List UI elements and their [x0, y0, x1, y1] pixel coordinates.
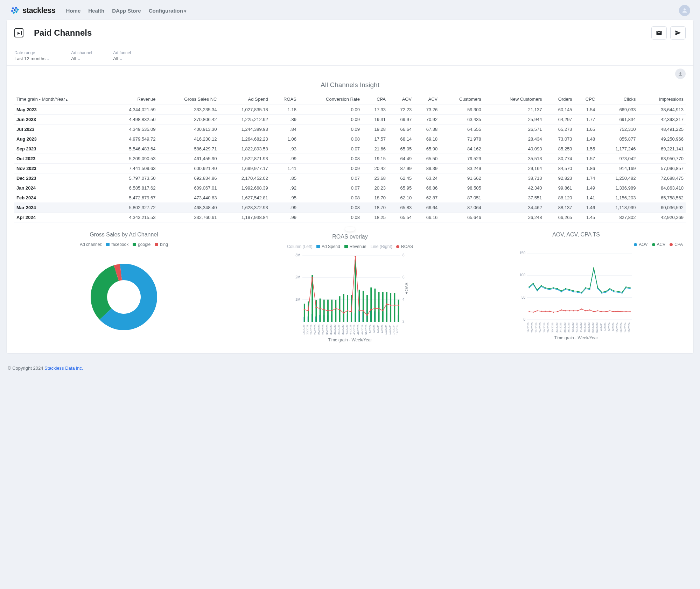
svg-point-188 — [565, 310, 566, 311]
table-row[interactable]: May 20234,344,021.59333,235.341,027,835.… — [14, 105, 686, 115]
legend-google[interactable]: google — [133, 242, 150, 247]
chart-pie-title: Gross Sales by Ad Channel — [90, 232, 158, 238]
col-header[interactable]: Ad Spend — [219, 94, 270, 105]
svg-text:37/2023: 37/2023 — [337, 324, 340, 334]
svg-point-71 — [315, 307, 317, 308]
email-button[interactable] — [651, 26, 667, 40]
svg-text:40/2023: 40/2023 — [571, 322, 574, 332]
svg-text:28/2023: 28/2023 — [322, 324, 325, 334]
col-header[interactable]: AOV — [388, 94, 414, 105]
svg-point-182 — [541, 311, 542, 312]
svg-text:39/2023: 39/2023 — [341, 324, 344, 334]
insights-table: Time grain - Month/YearRevenueGross Sale… — [14, 94, 686, 222]
download-button[interactable] — [675, 69, 686, 79]
brand-logo[interactable]: stackless — [10, 6, 56, 15]
nav-home[interactable]: Home — [66, 8, 81, 14]
col-header[interactable]: Gross Sales NC — [158, 94, 219, 105]
send-button[interactable] — [670, 26, 686, 40]
legend-adspend[interactable]: Ad Spend — [316, 244, 340, 249]
col-header[interactable]: Conversion Rate — [299, 94, 362, 105]
table-row[interactable]: Apr 20244,343,215.53332,760.611,197,938.… — [14, 213, 686, 222]
table-row[interactable]: Jun 20234,498,832.50370,806.421,225,212.… — [14, 115, 686, 125]
table-row[interactable]: Feb 20245,472,679.67473,440.831,627,542.… — [14, 193, 686, 203]
svg-point-198 — [605, 311, 606, 312]
filter-funnel-value[interactable]: All — [113, 56, 131, 61]
charts-row: Gross Sales by Ad Channel Ad channel: fa… — [7, 232, 693, 353]
legend-cpa[interactable]: CPA — [670, 242, 683, 247]
col-header[interactable]: Clicks — [597, 94, 638, 105]
svg-point-175 — [617, 291, 618, 292]
footer-link[interactable]: Stackless Data inc. — [44, 366, 83, 371]
roas-right-label: Line (Right): — [371, 244, 393, 249]
svg-point-68 — [304, 309, 305, 310]
table-row[interactable]: Jan 20246,585,817.62609,067.011,992,668.… — [14, 183, 686, 193]
chart-ts-legend: AOV ACV CPA — [467, 242, 686, 247]
filter-ad-funnel: Ad funnel All — [113, 50, 131, 61]
svg-point-199 — [609, 310, 610, 311]
col-header[interactable]: Time grain - Month/Year — [14, 94, 106, 105]
filter-date-value[interactable]: Last 12 months — [14, 56, 50, 61]
user-avatar[interactable] — [679, 5, 690, 16]
svg-rect-35 — [335, 300, 336, 322]
svg-rect-19 — [304, 304, 305, 322]
filter-channel-label: Ad channel — [71, 50, 92, 55]
col-header[interactable]: Customers — [440, 94, 483, 105]
svg-text:44/2023: 44/2023 — [349, 324, 352, 334]
table-row[interactable]: Dec 20235,797,073.50692,834.862,170,452.… — [14, 173, 686, 183]
col-header[interactable]: Impressions — [638, 94, 686, 105]
svg-rect-41 — [347, 295, 348, 322]
svg-point-91 — [394, 305, 395, 306]
svg-text:Time grain - Week/Year: Time grain - Week/Year — [554, 335, 598, 340]
nav-configuration[interactable]: Configuration — [149, 8, 187, 14]
svg-point-162 — [565, 288, 566, 289]
col-header[interactable]: Revenue — [106, 94, 158, 105]
table-row[interactable]: Jul 20234,349,535.09400,913.301,244,389.… — [14, 125, 686, 134]
svg-text:52/2023: 52/2023 — [595, 322, 598, 332]
svg-text:28/2023: 28/2023 — [547, 322, 550, 332]
footer-copyright: © Copyright 2024 — [8, 366, 44, 371]
svg-rect-29 — [323, 300, 325, 322]
nav-dapp-store[interactable]: DApp Store — [112, 8, 141, 14]
legend-facebook[interactable]: facebook — [106, 242, 128, 247]
col-header[interactable]: CPA — [362, 94, 388, 105]
legend-roas[interactable]: ROAS — [396, 244, 413, 249]
chart-ts-title: AOV, ACV, CPA TS — [552, 232, 600, 238]
svg-point-75 — [331, 310, 332, 312]
svg-text:22/2023: 22/2023 — [310, 324, 313, 334]
table-row[interactable]: Sep 20235,546,483.64586,429.711,822,893.… — [14, 144, 686, 154]
svg-rect-2 — [12, 7, 14, 9]
svg-rect-5 — [11, 10, 13, 12]
legend-bing[interactable]: bing — [155, 242, 168, 247]
table-row[interactable]: Aug 20234,979,549.72416,230.121,264,682.… — [14, 134, 686, 144]
svg-point-174 — [613, 290, 614, 291]
col-header[interactable]: ROAS — [270, 94, 299, 105]
col-header[interactable]: Orders — [544, 94, 574, 105]
svg-text:3M: 3M — [295, 253, 300, 257]
run-query-icon[interactable] — [14, 28, 23, 37]
svg-text:1M: 1M — [295, 298, 300, 301]
svg-rect-4 — [15, 10, 18, 13]
svg-text:5/2024: 5/2024 — [376, 324, 379, 333]
svg-point-195 — [593, 311, 594, 312]
col-header[interactable]: ACV — [414, 94, 440, 105]
col-header[interactable]: CPC — [574, 94, 597, 105]
table-row[interactable]: Nov 20237,441,509.63600,921.401,699,977.… — [14, 164, 686, 173]
legend-acv[interactable]: ACV — [652, 242, 666, 247]
svg-text:44/2023: 44/2023 — [579, 322, 582, 332]
filter-channel-value[interactable]: All — [71, 56, 92, 61]
svg-text:35/2023: 35/2023 — [333, 324, 336, 334]
svg-point-177 — [625, 286, 626, 288]
filter-ad-channel: Ad channel All — [71, 50, 92, 61]
svg-point-157 — [545, 287, 546, 288]
col-header[interactable]: New Customers — [483, 94, 544, 105]
nav-health[interactable]: Health — [88, 8, 104, 14]
svg-text:150: 150 — [519, 251, 525, 255]
legend-aov[interactable]: AOV — [634, 242, 648, 247]
svg-point-168 — [589, 288, 590, 289]
svg-point-185 — [553, 312, 554, 313]
svg-text:18/2023: 18/2023 — [302, 324, 305, 334]
svg-point-170 — [597, 287, 598, 288]
table-row[interactable]: Oct 20235,209,090.53461,455.901,522,871.… — [14, 154, 686, 164]
table-row[interactable]: Mar 20245,802,327.72468,348.401,628,372.… — [14, 203, 686, 213]
legend-revenue[interactable]: Revenue — [344, 244, 366, 249]
